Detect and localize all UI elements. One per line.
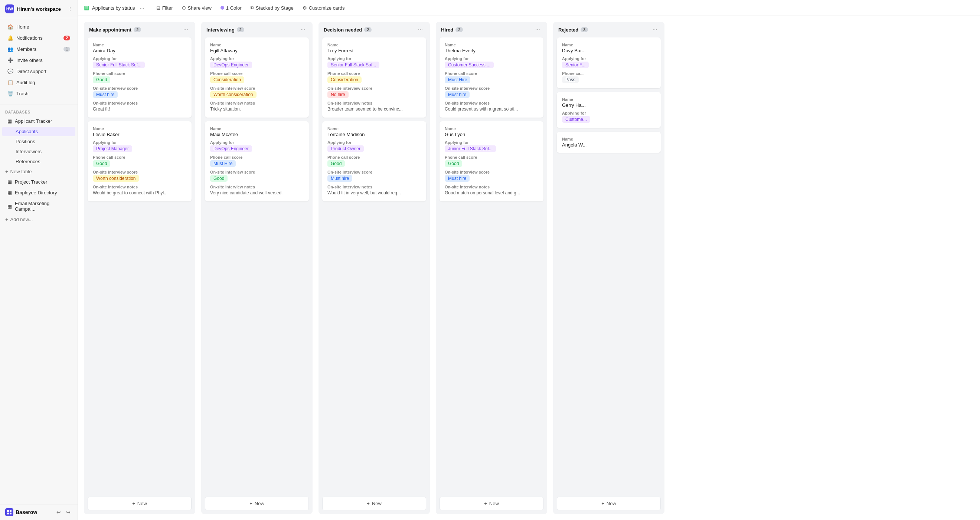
card-onsite-label: On-site interview score xyxy=(93,86,186,90)
stacked-button[interactable]: ⧉ Stacked by Stage xyxy=(247,3,298,13)
sidebar-add-new[interactable]: + Add new... xyxy=(0,214,78,224)
card[interactable]: Name Thelma Everly Applying for Customer… xyxy=(439,38,544,117)
filter-button[interactable]: ⊟ Filter xyxy=(153,3,177,13)
sidebar-add-table[interactable]: + New table xyxy=(0,166,78,176)
sidebar-item-members[interactable]: 👥Members 1 xyxy=(2,44,75,54)
card-notes-value: Very nice candidate and well-versed. xyxy=(210,190,304,196)
sidebar-item-trash[interactable]: 🗑️Trash xyxy=(2,88,75,99)
sidebar-item-label: Home xyxy=(16,24,29,30)
card-phone-label: Phone call score xyxy=(328,155,421,160)
card[interactable]: Name Egill Attaway Applying for DevOps E… xyxy=(205,38,309,117)
sidebar-sub-applicants[interactable]: Applicants xyxy=(2,127,75,136)
redo-button[interactable]: ↪ xyxy=(64,508,72,516)
card-name-section: Name Egill Attaway xyxy=(210,43,304,54)
onsite-badge: Good xyxy=(210,175,228,182)
db-label: Employee Directory xyxy=(15,190,57,195)
column-more-icon[interactable]: ··· xyxy=(651,25,659,34)
card[interactable]: Name Trey Forrest Applying for Senior Fu… xyxy=(322,38,426,117)
applying-badge: Senior Full Stack Sof... xyxy=(93,62,145,68)
card[interactable]: Name Angela W... xyxy=(557,132,661,153)
color-label: 1 Color xyxy=(226,5,242,11)
sidebar-collapse-icon[interactable]: ⋮ xyxy=(68,6,72,11)
sidebar-db-email-marketing[interactable]: ▦ Email Marketing Campai... xyxy=(2,198,75,214)
column-header: Decision needed 2 ··· xyxy=(318,22,430,38)
color-button[interactable]: 1 Color xyxy=(217,3,245,13)
card-notes-value: Great fit! xyxy=(93,106,186,113)
support-icon: 💬 xyxy=(8,69,13,74)
card-notes-section: On-site interview notes Would be great t… xyxy=(93,185,186,196)
card[interactable]: Name Davy Bar... Applying for Senior F..… xyxy=(557,38,661,88)
sidebar-db-project-tracker[interactable]: ▦ Project Tracker xyxy=(2,177,75,187)
sidebar-sub-interviewers[interactable]: Interviewers xyxy=(2,147,75,156)
column-more-icon[interactable]: ··· xyxy=(416,25,425,34)
card[interactable]: Name Gus Lyon Applying for Junior Full S… xyxy=(439,121,544,201)
card-notes-label: On-site interview notes xyxy=(210,185,304,189)
column-more-icon[interactable]: ··· xyxy=(533,25,542,34)
card-name-label: Name xyxy=(328,43,421,47)
card[interactable]: Name Gerry Ha... Applying for Custome... xyxy=(557,92,661,128)
customize-button[interactable]: ⚙ Customize cards xyxy=(299,3,348,13)
card-phone-label: Phone call score xyxy=(93,155,186,160)
column-more-icon[interactable]: ··· xyxy=(299,25,307,34)
sidebar-item-audit[interactable]: 📋Audit log xyxy=(2,77,75,88)
add-icon: + xyxy=(367,501,370,506)
sidebar-item-home[interactable]: 🏠Home xyxy=(2,22,75,32)
sidebar-db-employee-dir[interactable]: ▦ Employee Directory xyxy=(2,188,75,198)
view-title[interactable]: ▦ Applicants by status xyxy=(84,5,135,11)
add-new-button[interactable]: +New xyxy=(88,497,191,510)
sidebar-item-support[interactable]: 💬Direct support xyxy=(2,66,75,77)
column-more-icon[interactable]: ··· xyxy=(181,25,190,34)
card-applying-section: Applying for DevOps Engineer xyxy=(210,140,304,152)
add-new-button[interactable]: +New xyxy=(557,497,661,510)
sidebar-sub-positions[interactable]: Positions xyxy=(2,137,75,146)
card-applying-section: Applying for Product Owner xyxy=(328,140,421,152)
card-applying-value: Senior Full Stack Sof... xyxy=(328,62,421,68)
card-notes-value: Would be great to connect with Phyl... xyxy=(93,190,186,196)
sidebar-db-applicant-tracker[interactable]: ▦ Applicant Tracker xyxy=(2,116,75,126)
onsite-badge: No hire xyxy=(328,91,348,98)
card[interactable]: Name Leslie Baker Applying for Project M… xyxy=(88,121,191,201)
sidebar-item-label: Members xyxy=(16,46,37,52)
card-phone-section: Phone call score Consideration xyxy=(328,71,421,83)
column-title: Hired xyxy=(441,27,453,33)
applying-badge: Project Manager xyxy=(93,145,132,152)
applying-badge: DevOps Engineer xyxy=(210,145,252,152)
card-name-label: Name xyxy=(210,127,304,131)
add-new-button[interactable]: +New xyxy=(439,497,544,510)
add-label: New xyxy=(606,501,616,506)
audit-icon: 📋 xyxy=(8,80,13,85)
workspace-label[interactable]: HW Hiram's workspace xyxy=(5,5,61,13)
card-name-value: Thelma Everly xyxy=(445,48,538,54)
card-name-section: Name Thelma Everly xyxy=(445,43,538,54)
card-onsite-value: Must hire xyxy=(93,91,186,98)
card-name-label: Name xyxy=(210,43,304,47)
card-phone-value: Good xyxy=(93,160,186,167)
applying-badge: Senior F... xyxy=(562,62,589,68)
card-notes-section: On-site interview notes Very nice candid… xyxy=(210,185,304,196)
card-phone-label: Phone call score xyxy=(328,71,421,76)
db-icon: ▦ xyxy=(8,190,12,195)
card[interactable]: Name Lorraine Madison Applying for Produ… xyxy=(322,121,426,201)
add-new-button[interactable]: +New xyxy=(322,497,426,510)
add-new-button[interactable]: +New xyxy=(205,497,309,510)
sidebar-item-invite[interactable]: ➕Invite others xyxy=(2,55,75,66)
sidebar-item-notifications[interactable]: 🔔Notifications 2 xyxy=(2,33,75,43)
color-dot-icon xyxy=(221,6,224,10)
card-name-section: Name Leslie Baker xyxy=(93,127,186,137)
view-title-text: Applicants by status xyxy=(92,5,135,11)
onsite-badge: Worth consideration xyxy=(210,91,256,98)
undo-button[interactable]: ↩ xyxy=(54,508,63,516)
card-onsite-value: Good xyxy=(210,175,304,182)
card[interactable]: Name Amira Day Applying for Senior Full … xyxy=(88,38,191,117)
sidebar-sub-references[interactable]: References xyxy=(2,157,75,166)
share-view-button[interactable]: ⬡ Share view xyxy=(178,3,215,13)
card-notes-value: Broader team seemed to be convinc... xyxy=(328,106,421,113)
topbar-more-icon[interactable]: ⋯ xyxy=(140,5,145,11)
sidebar-item-label: Invite others xyxy=(16,57,43,63)
card-onsite-section: On-site interview score No hire xyxy=(328,86,421,98)
card-name-label: Name xyxy=(328,127,421,131)
svg-rect-3 xyxy=(10,512,11,514)
card[interactable]: Name Maxi McAfee Applying for DevOps Eng… xyxy=(205,121,309,201)
card-name-label: Name xyxy=(445,127,538,131)
column-cards: Name Davy Bar... Applying for Senior F..… xyxy=(553,38,665,497)
